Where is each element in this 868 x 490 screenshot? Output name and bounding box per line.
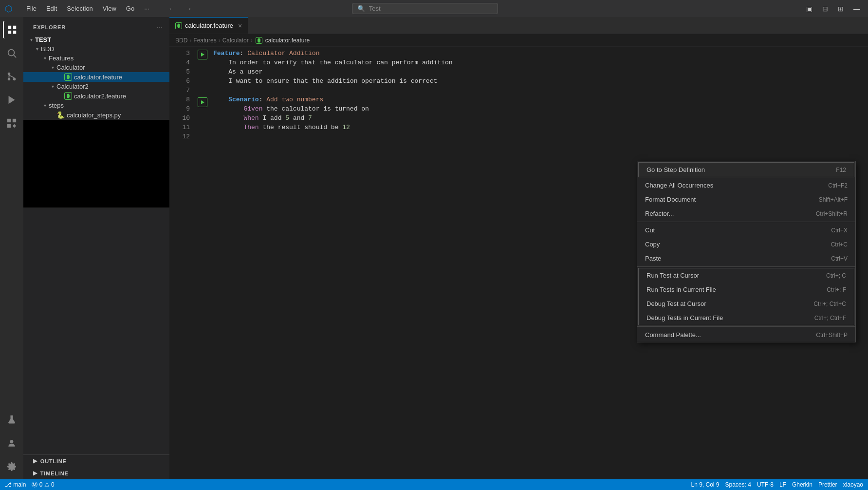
status-language[interactable]: Gherkin <box>792 481 813 488</box>
context-menu: Go to Step Definition F12 Change All Occ… <box>637 161 856 342</box>
timeline-arrow: ▶ <box>33 470 37 476</box>
ctx-cut-shortcut: Ctrl+X <box>831 227 848 234</box>
tree-item-bdd[interactable]: ▾ BDD <box>23 44 169 54</box>
menu-more[interactable]: ··· <box>140 4 153 13</box>
line-numbers: 3 4 5 6 7 8 9 10 11 12 <box>169 47 194 479</box>
timeline-section[interactable]: ▶ TIMELINE <box>23 467 169 479</box>
ctx-command-palette[interactable]: Command Palette... Ctrl+Shift+P <box>637 328 855 342</box>
tree-item-calculator[interactable]: ▾ Calculator <box>23 63 169 72</box>
tree-arrow-bdd: ▾ <box>33 46 41 52</box>
ctx-divider-1 <box>637 222 855 222</box>
breadcrumb-bdd[interactable]: BDD <box>175 37 187 44</box>
breadcrumb-calculator[interactable]: Calculator <box>222 37 249 44</box>
activity-source-control-icon[interactable] <box>3 68 20 85</box>
tree-item-steps-py[interactable]: 🐍 calculator_steps.py <box>23 110 169 120</box>
ctx-goto-step-def[interactable]: Go to Step Definition F12 <box>638 162 854 177</box>
ctx-debug-tests-current-file-label: Debug Tests in Current File <box>646 314 723 321</box>
menu-go[interactable]: Go <box>122 4 138 13</box>
ctx-copy-label: Copy <box>645 241 660 248</box>
split-editor-button[interactable]: ⊟ <box>819 4 831 14</box>
ctx-format-label: Format Document <box>645 196 696 203</box>
code-line-12 <box>211 132 868 141</box>
menu-file[interactable]: File <box>22 4 40 13</box>
status-errors[interactable]: Ⓜ 0 ⚠ 0 <box>32 481 54 489</box>
activity-bar <box>0 17 23 479</box>
run-feature-button[interactable] <box>198 50 207 59</box>
nav-back-button[interactable]: ← <box>165 3 179 14</box>
menu-view[interactable]: View <box>99 4 120 13</box>
line-num-7: 7 <box>186 86 190 95</box>
layout-options-button[interactable]: ⊞ <box>835 4 847 14</box>
ctx-change-all-occurrences[interactable]: Change All Occurrences Ctrl+F2 <box>637 178 855 192</box>
ctx-run-test-cursor[interactable]: Run Test at Cursor Ctrl+; C <box>639 268 854 283</box>
ctx-run-tests-current-file-shortcut: Ctrl+; F <box>827 286 846 293</box>
ctx-command-palette-shortcut: Ctrl+Shift+P <box>816 332 848 339</box>
ctx-debug-tests-current-file[interactable]: Debug Tests in Current File Ctrl+; Ctrl+… <box>639 311 854 325</box>
menu-selection[interactable]: Selection <box>63 4 96 13</box>
editor-gutter <box>194 47 211 479</box>
code-line-11: Then the result should be 12 <box>211 123 868 132</box>
activity-run-debug-icon[interactable] <box>3 91 20 109</box>
ctx-refactor[interactable]: Refactor... Ctrl+Shift+R <box>637 207 855 221</box>
svg-point-8 <box>8 78 11 81</box>
activity-search-icon[interactable] <box>3 44 20 62</box>
status-spaces[interactable]: Spaces: 4 <box>725 481 751 488</box>
tree-label-calculator2-feature: calculator2.feature <box>74 93 126 100</box>
tree-item-test[interactable]: ▾ TEST <box>23 35 169 44</box>
explorer-more-button[interactable]: ··· <box>155 22 164 32</box>
svg-point-20 <box>67 94 70 98</box>
code-line-9: Given the calculator is turned on <box>211 104 868 113</box>
ctx-debug-test-cursor[interactable]: Debug Test at Cursor Ctrl+; Ctrl+C <box>639 297 854 311</box>
layout-toggle-button[interactable]: ▣ <box>803 4 815 14</box>
ctx-cut[interactable]: Cut Ctrl+X <box>637 223 855 237</box>
svg-point-21 <box>177 23 180 28</box>
status-encoding[interactable]: UTF-8 <box>757 481 774 488</box>
menu-edit[interactable]: Edit <box>42 4 61 13</box>
tree-item-steps[interactable]: ▾ steps <box>23 101 169 110</box>
tree-item-calculator2[interactable]: ▾ Calculator2 <box>23 82 169 91</box>
tab-close-button[interactable]: × <box>238 22 242 29</box>
svg-point-17 <box>10 440 14 443</box>
minimize-button[interactable]: — <box>850 4 863 14</box>
outline-section[interactable]: ▶ OUTLINE <box>23 455 169 467</box>
run-scenario-button[interactable] <box>198 97 207 107</box>
sidebar-bottom: ▶ OUTLINE ▶ TIMELINE <box>23 454 169 479</box>
ctx-debug-test-cursor-shortcut: Ctrl+; Ctrl+C <box>813 301 846 307</box>
ctx-divider-2 <box>637 266 855 267</box>
ctx-format-document[interactable]: Format Document Shift+Alt+F <box>637 192 855 207</box>
svg-line-5 <box>14 55 16 58</box>
activity-account-icon[interactable] <box>3 434 20 452</box>
line-num-10: 10 <box>182 113 190 123</box>
nav-forward-button[interactable]: → <box>182 3 195 14</box>
status-position[interactable]: Ln 9, Col 9 <box>691 481 719 488</box>
svg-rect-14 <box>7 124 11 128</box>
tree-arrow-test: ▾ <box>27 37 35 42</box>
ctx-run-tests-current-file[interactable]: Run Tests in Current File Ctrl+; F <box>639 283 854 297</box>
activity-extensions-icon[interactable] <box>3 114 20 132</box>
breadcrumb-features[interactable]: Features <box>193 37 216 44</box>
ctx-paste[interactable]: Paste Ctrl+V <box>637 251 855 265</box>
status-formatter[interactable]: Prettier <box>818 481 837 488</box>
tree-item-features[interactable]: ▾ Features <box>23 54 169 63</box>
tree-arrow-features: ▾ <box>41 56 49 61</box>
breadcrumb-sep1: › <box>189 37 191 44</box>
line-num-6: 6 <box>186 76 190 86</box>
tree-item-calculator2-feature[interactable]: calculator2.feature <box>23 91 169 101</box>
ctx-goto-step-def-label: Go to Step Definition <box>646 166 705 173</box>
breadcrumb-filename[interactable]: calculator.feature <box>265 37 310 44</box>
code-line-8: Scenario: Add two numbers <box>211 95 868 104</box>
search-bar[interactable]: 🔍 Test <box>352 3 498 14</box>
ctx-goto-step-def-shortcut: F12 <box>836 167 846 173</box>
tab-cucumber-icon <box>175 22 182 29</box>
status-eol[interactable]: LF <box>779 481 786 488</box>
ctx-copy[interactable]: Copy Ctrl+C <box>637 237 855 251</box>
ctx-paste-label: Paste <box>645 255 661 262</box>
status-left: ⎇ main Ⓜ 0 ⚠ 0 <box>5 481 55 489</box>
editor-tab-calculator-feature[interactable]: calculator.feature × <box>169 17 248 34</box>
svg-point-19 <box>67 75 70 79</box>
status-branch[interactable]: ⎇ main <box>5 481 26 488</box>
tree-item-calculator-feature[interactable]: calculator.feature <box>23 72 169 82</box>
activity-explorer-icon[interactable] <box>3 21 20 38</box>
activity-settings-icon[interactable] <box>3 458 20 475</box>
activity-flask-icon[interactable] <box>3 411 20 429</box>
